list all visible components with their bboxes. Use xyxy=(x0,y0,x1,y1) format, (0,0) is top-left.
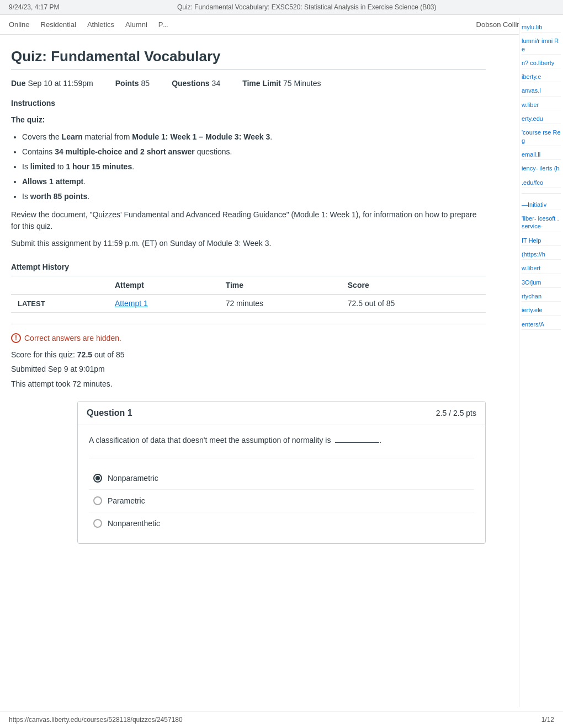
answer-option-1[interactable]: Parametric xyxy=(89,490,474,512)
sidebar-item-4[interactable]: anvas.l xyxy=(522,85,561,96)
nav-bar: Online Residential Athletics Alumni P...… xyxy=(0,15,563,35)
due-value: Sep 10 at 11:59pm xyxy=(28,79,93,88)
time-limit-value: 75 Minutes xyxy=(283,79,321,88)
nav-residential[interactable]: Residential xyxy=(41,20,76,29)
nav-alumni[interactable]: Alumni xyxy=(125,20,147,29)
score-line: Score for this quiz: 72.5 out of 85 xyxy=(11,349,486,361)
sidebar-item-16[interactable]: 3O/jum xyxy=(522,277,561,288)
sidebar-item-9[interactable]: iency- ilerts (h xyxy=(522,163,561,174)
score-divider xyxy=(11,324,486,324)
quiz-note-2: Submit this assignment by 11:59 p.m. (ET… xyxy=(11,238,486,249)
score-section: ! Correct answers are hidden. Score for … xyxy=(11,333,486,390)
attempt-time: 72 minutes xyxy=(219,295,341,313)
nav-more[interactable]: P... xyxy=(158,20,168,29)
bullet-1: Covers the Learn material from Module 1:… xyxy=(22,131,486,143)
answer-option-2[interactable]: Nonparenthetic xyxy=(89,512,474,534)
col-label xyxy=(11,276,108,295)
nav-athletics[interactable]: Athletics xyxy=(87,20,114,29)
browser-tab-title: Quiz: Fundamental Vocabulary: EXSC520: S… xyxy=(177,3,437,11)
sidebar-item-8[interactable]: email.li xyxy=(522,149,561,160)
sidebar-item-15[interactable]: w.libert xyxy=(522,263,561,274)
question-1-card: Question 1 2.5 / 2.5 pts A classificatio… xyxy=(77,401,486,543)
answer-option-0[interactable]: Nonparametric xyxy=(89,467,474,490)
sidebar-item-14[interactable]: (https://h xyxy=(522,249,561,260)
sidebar-item-0[interactable]: mylu.lib xyxy=(522,22,561,33)
bullet-3: Is limited to 1 hour 15 minutes. xyxy=(22,161,486,173)
score-bold: 72.5 xyxy=(77,350,92,359)
questions-label: Questions xyxy=(172,79,209,88)
due-meta: Due Sep 10 at 11:59pm xyxy=(11,79,93,88)
sidebar-item-11[interactable]: —Initiativ xyxy=(522,200,561,210)
radio-parametric[interactable] xyxy=(93,496,102,505)
time-limit-meta: Time Limit 75 Minutes xyxy=(242,79,321,88)
main-content: Quiz: Fundamental Vocabulary Due Sep 10 … xyxy=(0,35,497,577)
correct-answers-hidden: ! Correct answers are hidden. xyxy=(11,333,486,343)
sidebar-item-1[interactable]: lumni/r imni Re xyxy=(522,36,561,55)
answer-nonparametric-label: Nonparametric xyxy=(108,474,158,483)
attempt-table: Attempt Time Score LATEST Attempt 1 72 m… xyxy=(11,276,486,313)
bullet-4: Allows 1 attempt. xyxy=(22,176,486,188)
right-sidebar: mylu.lib lumni/r imni Re n? co.liberty i… xyxy=(519,18,563,707)
sidebar-item-7[interactable]: 'course rse Reg xyxy=(522,127,561,146)
points-label: Points xyxy=(115,79,139,88)
sidebar-divider xyxy=(522,194,561,194)
question-1-body: A classification of data that doesn't me… xyxy=(78,425,485,543)
answer-parametric-label: Parametric xyxy=(108,496,145,505)
question-blank xyxy=(335,442,379,443)
question-1-pts: 2.5 / 2.5 pts xyxy=(436,409,476,417)
col-time: Time xyxy=(219,276,341,295)
page-title: Quiz: Fundamental Vocabulary xyxy=(11,48,486,65)
title-divider xyxy=(11,69,486,70)
attempt-1-link[interactable]: Attempt 1 xyxy=(115,299,148,308)
nav-links: Online Residential Athletics Alumni P... xyxy=(9,20,476,29)
info-icon: ! xyxy=(11,333,21,343)
sidebar-item-13[interactable]: IT Help xyxy=(522,235,561,246)
questions-value: 34 xyxy=(212,79,221,88)
nav-online[interactable]: Online xyxy=(9,20,30,29)
questions-meta: Questions 34 xyxy=(172,79,220,88)
answer-divider xyxy=(89,458,474,458)
due-label: Due xyxy=(11,79,25,88)
col-attempt: Attempt xyxy=(108,276,219,295)
bullet-2: Contains 34 multiple-choice and 2 short … xyxy=(22,146,486,158)
footer-url[interactable]: https://canvas.liberty.edu/courses/52811… xyxy=(9,716,183,724)
sidebar-item-17[interactable]: rtychan xyxy=(522,291,561,302)
attempt-history-title: Attempt History xyxy=(11,263,486,271)
quiz-meta: Due Sep 10 at 11:59pm Points 85 Question… xyxy=(11,79,486,88)
browser-timestamp: 9/24/23, 4:17 PM xyxy=(9,3,59,11)
quiz-note-1: Review the document, "Quizzes' Fundament… xyxy=(11,209,486,232)
browser-bar: 9/24/23, 4:17 PM Quiz: Fundamental Vocab… xyxy=(0,0,563,15)
attempt-score: 72.5 out of 85 xyxy=(341,295,486,313)
bullet-5: Is worth 85 points. xyxy=(22,191,486,202)
attempt-latest-label: LATEST xyxy=(18,299,45,308)
instructions-header: Instructions xyxy=(11,99,486,108)
correct-answers-msg: Correct answers are hidden. xyxy=(24,334,121,342)
question-1-header: Question 1 2.5 / 2.5 pts xyxy=(78,402,485,425)
table-row: LATEST Attempt 1 72 minutes 72.5 out of … xyxy=(11,295,486,313)
sidebar-item-3[interactable]: iberty.e xyxy=(522,72,561,82)
submitted-line: Submitted Sep 9 at 9:01pm xyxy=(11,363,486,375)
radio-nonparenthetic[interactable] xyxy=(93,519,102,528)
answer-nonparenthetic-label: Nonparenthetic xyxy=(108,519,160,528)
sidebar-item-12[interactable]: 'liber- icesoft .service- xyxy=(522,213,561,232)
time-limit-label: Time Limit xyxy=(242,79,281,88)
points-meta: Points 85 xyxy=(115,79,150,88)
the-quiz-label: The quiz: xyxy=(11,114,486,126)
question-1-text: A classification of data that doesn't me… xyxy=(89,434,474,446)
instructions-bullets: Covers the Learn material from Module 1:… xyxy=(22,131,486,202)
question-1-title: Question 1 xyxy=(87,408,132,418)
points-value: 85 xyxy=(141,79,150,88)
footer: https://canvas.liberty.edu/courses/52811… xyxy=(0,711,563,728)
sidebar-item-6[interactable]: erty.edu xyxy=(522,114,561,124)
sidebar-item-2[interactable]: n? co.liberty xyxy=(522,58,561,68)
sidebar-item-10[interactable]: .edu/fco xyxy=(522,178,561,188)
col-score: Score xyxy=(341,276,486,295)
duration-line: This attempt took 72 minutes. xyxy=(11,378,486,390)
sidebar-item-5[interactable]: w.liber xyxy=(522,100,561,110)
footer-page: 1/12 xyxy=(541,716,554,724)
user-name: Dobson Collins xyxy=(476,20,524,29)
sidebar-item-19[interactable]: enters/A xyxy=(522,319,561,330)
sidebar-item-18[interactable]: ierty.ele xyxy=(522,305,561,315)
radio-nonparametric[interactable] xyxy=(93,474,102,483)
